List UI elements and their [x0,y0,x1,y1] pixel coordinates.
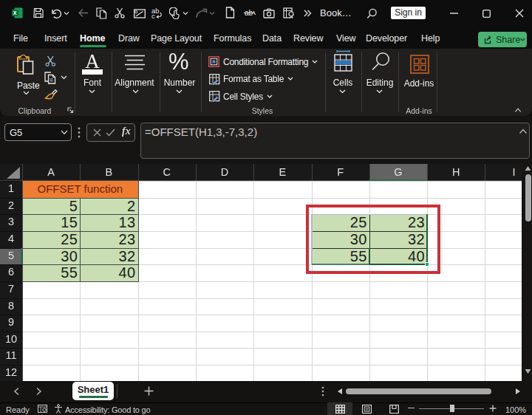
svg-text:c: c [151,12,155,19]
svg-text:x: x [13,9,17,16]
